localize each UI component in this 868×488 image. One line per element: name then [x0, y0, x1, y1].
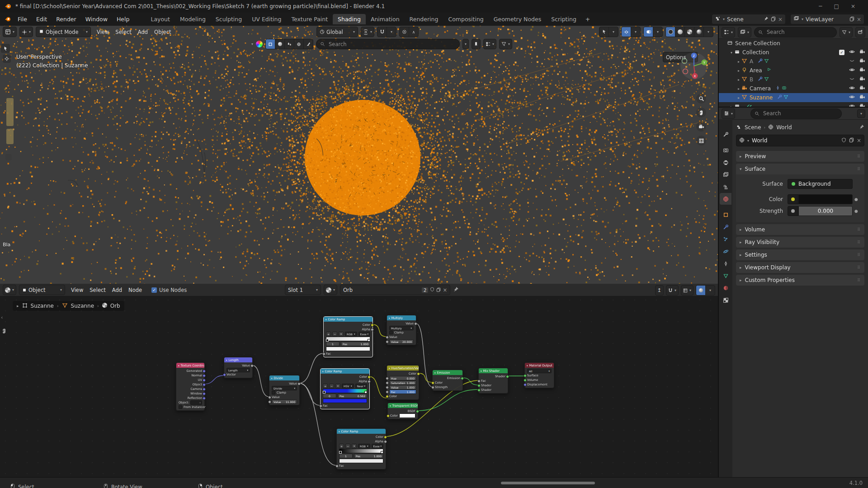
- node-checkbox-clamp[interactable]: Clamp: [269, 390, 299, 395]
- proportional-edit-group[interactable]: ∧: [399, 27, 419, 37]
- falloff-dropdown[interactable]: ∧: [409, 27, 418, 37]
- shading-rendered-icon[interactable]: [694, 27, 704, 37]
- remove-viewlayer-icon[interactable]: ×: [857, 16, 861, 23]
- node-emission[interactable]: ▾EmissionEmissionColorStrength: [432, 370, 463, 391]
- copy-datablock-icon[interactable]: [849, 137, 854, 144]
- eye-toggle[interactable]: [849, 103, 855, 107]
- preset-dropdown[interactable]: ▾: [462, 39, 469, 49]
- viewport-menu-select[interactable]: Select: [112, 28, 134, 37]
- surface-shader-button[interactable]: Background: [788, 179, 853, 189]
- value-slider-saturation[interactable]: Saturation1.000: [389, 380, 416, 385]
- breadcrumb-world[interactable]: World: [776, 124, 792, 131]
- value-slider-value[interactable]: Value1.000: [389, 385, 416, 389]
- camera-toggle[interactable]: [859, 94, 865, 101]
- navigation-gizmo[interactable]: Z Y X: [680, 52, 708, 80]
- panel-header[interactable]: ▸Custom Properties⠿: [736, 275, 864, 286]
- panel-header[interactable]: ▸Preview⠿: [736, 151, 864, 162]
- node-header[interactable]: ▾Texture Coordinate: [176, 363, 204, 368]
- outliner-item-label[interactable]: Scene Collection: [735, 40, 780, 47]
- unlink-scene-icon[interactable]: ×: [778, 16, 783, 23]
- ramp-options-dropdown[interactable]: ▾: [339, 332, 344, 336]
- gizmo-tool-button[interactable]: ▾: [19, 27, 33, 37]
- node-header[interactable]: ▾Length: [224, 357, 252, 362]
- workspace-tab-scripting[interactable]: Scripting: [546, 14, 581, 24]
- outliner-item-label[interactable]: A: [750, 58, 753, 65]
- ramp-gradient[interactable]: [339, 449, 383, 453]
- camera-toggle[interactable]: [859, 85, 865, 92]
- node-hue-saturation-value[interactable]: ▾Hue/Saturation/ValueColorHue0.000Satura…: [387, 365, 419, 400]
- viewport-render[interactable]: [0, 26, 718, 284]
- toolsettings-dropdown[interactable]: ▾: [251, 42, 253, 46]
- xray-icon[interactable]: [644, 27, 653, 37]
- panel-grip-icon[interactable]: ⠿: [857, 240, 861, 244]
- new-viewlayer-icon[interactable]: [849, 16, 854, 23]
- node-header[interactable]: ▾Color Ramp: [337, 429, 386, 434]
- panel-grip-icon[interactable]: ⠿: [857, 278, 861, 282]
- outliner-search[interactable]: [754, 27, 837, 38]
- workspace-tab-geometry-nodes[interactable]: Geometry Nodes: [489, 14, 546, 24]
- node-length[interactable]: ▾LengthValueLength▾Vector: [224, 357, 253, 378]
- pan-hand-icon[interactable]: [696, 108, 706, 117]
- properties-tab-view-layer[interactable]: [720, 169, 731, 180]
- mask-d-icon[interactable]: [294, 39, 304, 49]
- panel-header[interactable]: ▾Surface⠿: [736, 164, 864, 174]
- node-snap-button[interactable]: ▾: [666, 285, 679, 296]
- outliner-item-label[interactable]: Camera: [750, 85, 771, 92]
- shading-material-icon[interactable]: [685, 27, 694, 37]
- panel-header[interactable]: ▸Settings⠿: [736, 249, 864, 260]
- menu-window[interactable]: Window: [81, 14, 112, 24]
- node-checkbox-clamp[interactable]: Clamp: [387, 330, 416, 335]
- node-multiply[interactable]: ▾MultiplyValueMultiply▾ClampValueValue20…: [387, 315, 416, 345]
- ramp-options-dropdown[interactable]: ▾: [352, 444, 357, 448]
- add-stop-button[interactable]: +: [326, 332, 331, 336]
- node-header[interactable]: ▾Color Ramp: [324, 317, 373, 322]
- animate-dot-icon[interactable]: ●: [853, 209, 860, 213]
- mask-b-icon[interactable]: [275, 39, 285, 49]
- stop-color-swatch[interactable]: [323, 399, 367, 403]
- panel-grip-icon[interactable]: ⠿: [857, 253, 861, 257]
- exclude-checkbox[interactable]: ✓: [839, 50, 844, 55]
- properties-tab-material[interactable]: [720, 282, 731, 294]
- panel-grip-icon[interactable]: ⠿: [857, 167, 861, 171]
- color-wheel-icon[interactable]: [256, 41, 263, 47]
- ramp-gradient[interactable]: [326, 337, 370, 341]
- unlink-material-icon[interactable]: ×: [443, 287, 447, 293]
- strength-socket[interactable]: [788, 206, 798, 216]
- properties-tab-object[interactable]: [720, 209, 731, 221]
- menu-render[interactable]: Render: [52, 14, 81, 24]
- gizmo-dropdown[interactable]: ▾: [609, 27, 618, 37]
- outliner-row-collection[interactable]: ▾Collection✓: [719, 48, 868, 57]
- node-header[interactable]: ▾Divide: [269, 375, 299, 380]
- shader-type-dropdown[interactable]: Object▾: [19, 285, 65, 295]
- node-checkbox-from-instancer[interactable]: From Instancer: [176, 405, 204, 409]
- stop-index[interactable]: 0: [323, 394, 336, 398]
- viewlayer-selector[interactable]: ▾ ViewLayer ×: [790, 14, 864, 24]
- stop-position[interactable]: Pos1.000: [341, 342, 370, 346]
- new-collection-button[interactable]: [855, 27, 865, 38]
- properties-editor-type-button[interactable]: ▾: [722, 108, 735, 119]
- node-dropdown[interactable]: Multiply▾: [389, 326, 414, 330]
- panel-grip-icon[interactable]: ⠿: [857, 265, 861, 270]
- interpolation-dropdown[interactable]: Ease▾: [372, 444, 384, 448]
- properties-tab-output[interactable]: [720, 156, 731, 168]
- stop-index[interactable]: 1: [339, 454, 353, 458]
- outliner-row-suzanne[interactable]: ▸Suzanne: [719, 93, 868, 102]
- use-nodes-toggle[interactable]: ✓ Use Nodes: [151, 287, 187, 293]
- outliner-row-camera[interactable]: ▸Camera: [719, 84, 868, 93]
- node-preview-group[interactable]: ▾: [696, 285, 715, 296]
- properties-options-dropdown[interactable]: ▾: [857, 109, 865, 118]
- workspace-tab-shading[interactable]: Shading: [333, 14, 366, 24]
- properties-tab-scene[interactable]: [720, 181, 731, 192]
- zoom-tool-icon[interactable]: [696, 94, 706, 103]
- outliner-filter-button[interactable]: ▾: [840, 27, 853, 38]
- properties-search[interactable]: [750, 108, 842, 119]
- stop-position[interactable]: Pos1.000: [354, 454, 383, 458]
- remove-stop-button[interactable]: −: [329, 384, 334, 388]
- show-overlays-group[interactable]: ▾: [621, 27, 641, 37]
- workspace-tab-animation[interactable]: Animation: [366, 14, 405, 24]
- outliner-item-label[interactable]: Suzanne: [750, 94, 773, 101]
- properties-tab-world[interactable]: [720, 193, 731, 205]
- shading-dropdown[interactable]: ▾: [704, 27, 713, 37]
- snap-group[interactable]: ▾: [377, 27, 396, 37]
- color-swatch[interactable]: [798, 194, 853, 204]
